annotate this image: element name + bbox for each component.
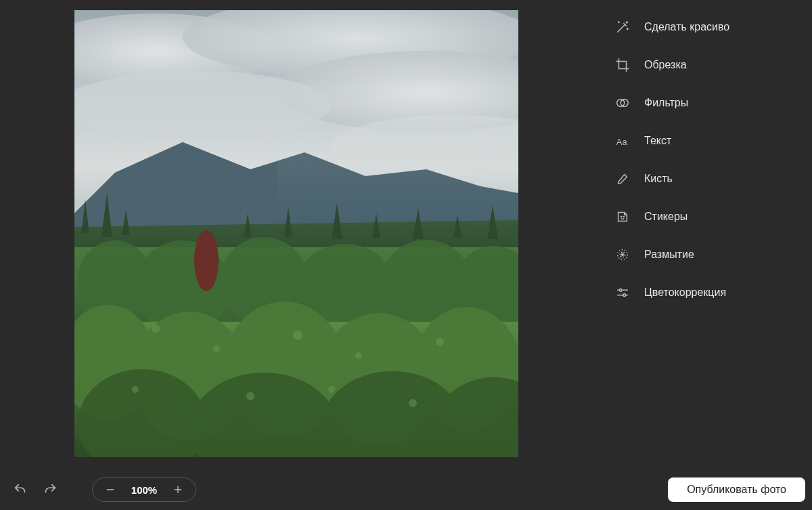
filters-icon	[614, 95, 631, 111]
svg-point-42	[619, 289, 622, 292]
sticker-icon	[614, 209, 631, 225]
tool-label: Размытие	[644, 249, 694, 261]
image-canvas[interactable]	[74, 10, 518, 457]
tool-label: Текст	[644, 135, 671, 147]
crop-icon	[614, 57, 631, 73]
svg-point-27	[355, 352, 362, 359]
svg-point-25	[213, 345, 220, 352]
redo-icon	[43, 482, 58, 497]
zoom-control: 100%	[92, 477, 196, 502]
tool-stickers[interactable]: Стикеры	[609, 202, 812, 232]
svg-point-37	[623, 216, 624, 217]
svg-point-29	[132, 386, 139, 393]
zoom-out-button[interactable]	[104, 483, 117, 496]
svg-point-13	[194, 230, 219, 291]
tool-text[interactable]: Aa Текст	[609, 126, 812, 156]
svg-point-40	[622, 254, 624, 256]
svg-point-30	[246, 392, 254, 400]
redo-button[interactable]	[39, 479, 61, 501]
brush-icon	[614, 171, 631, 187]
tool-color-correction[interactable]: Цветокоррекция	[609, 278, 812, 307]
undo-button[interactable]	[9, 479, 31, 501]
plus-icon	[173, 484, 183, 495]
tool-label: Цветокоррекция	[644, 286, 726, 299]
svg-point-44	[623, 294, 626, 297]
blur-icon	[614, 247, 631, 263]
undo-icon	[13, 482, 28, 497]
zoom-level: 100%	[129, 484, 159, 496]
text-icon: Aa	[614, 133, 631, 149]
tool-enhance[interactable]: Сделать красиво	[609, 12, 812, 42]
tools-sidebar: Сделать красиво Обрезка Фильтры Aa Текст	[609, 12, 812, 307]
svg-point-28	[436, 338, 444, 346]
tool-label: Фильтры	[644, 97, 688, 109]
tool-label: Обрезка	[644, 59, 687, 71]
tool-label: Стикеры	[644, 211, 687, 223]
tool-label: Сделать красиво	[644, 21, 729, 33]
zoom-in-button[interactable]	[171, 483, 185, 496]
svg-point-26	[293, 331, 302, 340]
publish-button[interactable]: Опубликовать фото	[668, 477, 805, 502]
svg-point-24	[152, 324, 160, 333]
tool-brush[interactable]: Кисть	[609, 164, 812, 194]
tool-blur[interactable]: Размытие	[609, 240, 812, 270]
magic-wand-icon	[614, 19, 631, 35]
svg-point-32	[409, 399, 417, 407]
svg-point-31	[328, 386, 335, 393]
tool-filters[interactable]: Фильтры	[609, 88, 812, 118]
bottom-bar: 100% Опубликовать фото	[0, 476, 812, 503]
svg-point-36	[621, 216, 622, 217]
minus-icon	[105, 484, 116, 495]
tool-crop[interactable]: Обрезка	[609, 50, 812, 80]
svg-text:Aa: Aa	[616, 137, 628, 147]
photo-preview	[74, 10, 518, 457]
sliders-icon	[614, 284, 631, 301]
tool-label: Кисть	[644, 173, 673, 185]
